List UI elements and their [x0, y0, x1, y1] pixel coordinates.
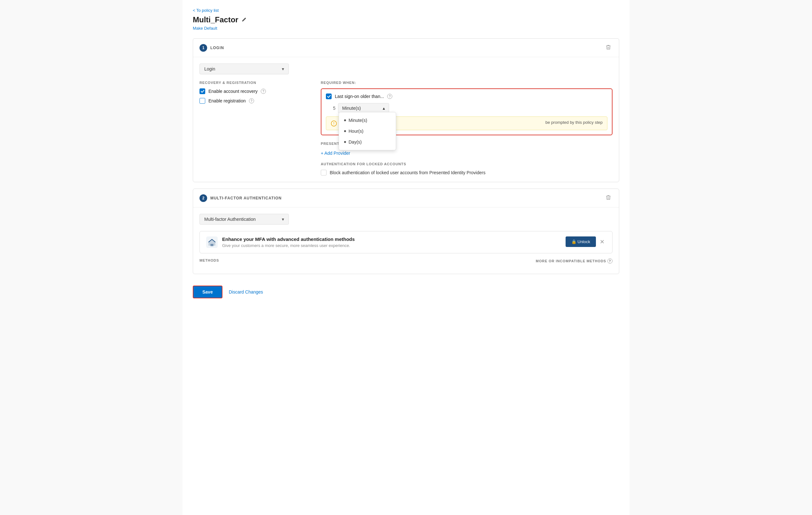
prompted-text: be prompted by this policy step [546, 120, 603, 125]
mfa-banner-subtitle: Give your customers a more secure, more … [222, 243, 355, 248]
section-login-header: 1 LOGIN [193, 39, 619, 57]
enable-registration-row: Enable registration ? [200, 98, 308, 104]
registration-help-icon[interactable]: ? [249, 98, 254, 103]
delete-section-login-button[interactable] [604, 43, 612, 52]
page-title: Multi_Factor [193, 15, 238, 24]
locked-block-row: Block authentication of locked user acco… [321, 170, 612, 176]
mfa-banner: Enhance your MFA with advanced authentic… [200, 231, 612, 253]
discard-changes-button[interactable]: Discard Changes [229, 288, 263, 296]
last-signon-checkbox[interactable] [326, 93, 331, 99]
section-mfa-card: 2 MULTI-FACTOR AUTHENTICATION Multi-fact… [193, 189, 619, 274]
close-mfa-banner-button[interactable]: ✕ [599, 237, 606, 247]
section-mfa-body: Multi-factor Authentication ▾ Enhance yo… [193, 207, 619, 274]
mfa-type-dropdown[interactable]: Multi-factor Authentication ▾ [200, 214, 289, 224]
time-unit-value: Minute(s) [342, 105, 361, 111]
make-default-link[interactable]: Make Default [193, 26, 218, 31]
time-unit-menu: Minute(s) Hour(s) Day(s) [339, 112, 396, 150]
last-signon-help-icon[interactable]: ? [387, 94, 392, 99]
time-unit-minutes[interactable]: Minute(s) [339, 115, 396, 126]
locked-block-label: Block authentication of locked user acco… [330, 170, 486, 175]
locked-accounts-section: AUTHENTICATION FOR LOCKED ACCOUNTS Block… [321, 162, 612, 176]
section-login-card: 1 LOGIN Login ▾ [193, 38, 619, 182]
mfa-type-value: Multi-factor Authentication [204, 217, 256, 222]
delete-section-mfa-button[interactable] [604, 193, 612, 203]
enable-account-recovery-checkbox[interactable] [200, 88, 205, 94]
warning-icon [331, 120, 337, 127]
save-bar: Save Discard Changes [193, 280, 619, 303]
recovery-registration-section: RECOVERY & REGISTRATION Enable account r… [200, 81, 308, 176]
required-when-block: Last sign-on older than... ? 5 Minute(s)… [321, 88, 612, 135]
chevron-down-icon: ▾ [282, 217, 284, 222]
time-unit-days[interactable]: Day(s) [339, 137, 396, 147]
time-unit-hours-label: Hour(s) [349, 129, 364, 134]
account-recovery-help-icon[interactable]: ? [261, 89, 266, 94]
recovery-registration-label: RECOVERY & REGISTRATION [200, 81, 308, 85]
dot-icon [344, 141, 346, 143]
login-type-value: Login [204, 66, 215, 71]
enable-account-recovery-row: Enable account recovery ? [200, 88, 308, 94]
svg-point-1 [334, 124, 334, 125]
dot-icon [344, 130, 346, 132]
chevron-up-icon: ▴ [383, 105, 385, 111]
enable-account-recovery-label: Enable account recovery [208, 89, 258, 94]
more-methods-label: MORE OR INCOMPATIBLE METHODS ? [536, 259, 612, 264]
house-icon [206, 237, 218, 248]
enable-registration-label: Enable registration [208, 98, 246, 103]
section-login-title: LOGIN [210, 46, 224, 50]
login-dropdown-row: Login ▾ [200, 63, 612, 74]
edit-icon[interactable] [241, 17, 247, 23]
last-signon-label: Last sign-on older than... [335, 94, 384, 99]
required-when-label: REQUIRED WHEN: [321, 81, 612, 85]
required-when-section: REQUIRED WHEN: Last sign-on older than..… [321, 81, 612, 176]
section-mfa-title: MULTI-FACTOR AUTHENTICATION [210, 196, 282, 201]
add-provider-button[interactable]: + Add Provider [321, 149, 350, 157]
back-link[interactable]: < To policy list [193, 8, 219, 13]
svg-rect-3 [211, 244, 213, 246]
section-login-body: Login ▾ RECOVERY & REGISTRATION [193, 57, 619, 182]
more-methods-help-icon[interactable]: ? [607, 259, 612, 264]
chevron-down-icon: ▾ [282, 66, 284, 71]
mfa-banner-title: Enhance your MFA with advanced authentic… [222, 237, 355, 242]
login-type-dropdown[interactable]: Login ▾ [200, 63, 289, 74]
unlock-button[interactable]: 🔒 Unlock [566, 237, 596, 247]
section-mfa-header: 2 MULTI-FACTOR AUTHENTICATION [193, 189, 619, 207]
time-unit-minutes-label: Minute(s) [349, 118, 367, 123]
time-value: 5 [326, 105, 336, 111]
locked-accounts-checkbox[interactable] [321, 170, 326, 176]
methods-label: METHODS [200, 259, 219, 264]
time-unit-hours[interactable]: Hour(s) [339, 126, 396, 137]
dot-icon [344, 119, 346, 121]
locked-accounts-label: AUTHENTICATION FOR LOCKED ACCOUNTS [321, 162, 612, 166]
section-mfa-number: 2 [200, 194, 207, 202]
section-login-number: 1 [200, 44, 207, 52]
save-button[interactable]: Save [193, 285, 223, 298]
enable-registration-checkbox[interactable] [200, 98, 205, 104]
time-unit-days-label: Day(s) [349, 140, 361, 145]
